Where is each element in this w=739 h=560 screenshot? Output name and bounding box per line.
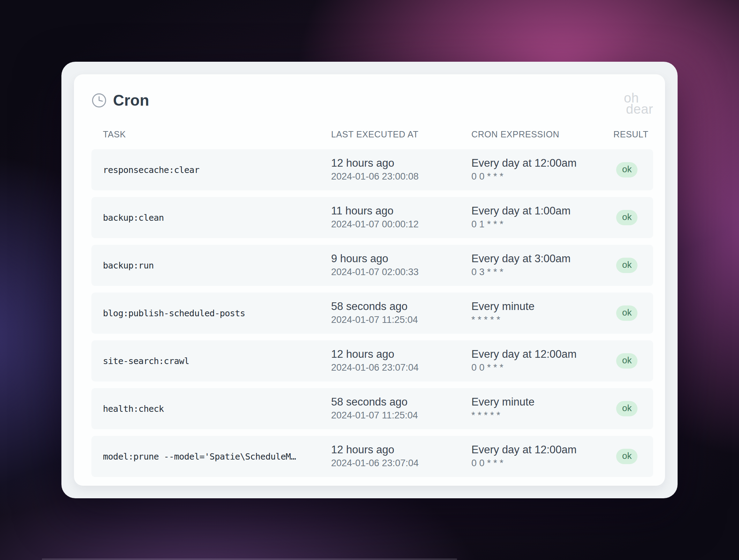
last-executed-timestamp: 2024-01-06 23:07:04 [331,361,471,374]
last-executed-cell: 12 hours ago 2024-01-06 23:07:04 [331,348,471,374]
task-cell: backup:run [103,260,331,271]
result-cell: ok [613,258,642,273]
schedule-expression: 0 1 * * * [471,218,613,231]
schedule-cell: Every minute * * * * * [471,300,613,326]
desktop-background: { "page": { "title": "Cron", "title_icon… [0,0,739,560]
schedule-expression: * * * * * [471,313,613,326]
schedule-cell: Every day at 3:00am 0 3 * * * [471,252,613,279]
column-header-result: RESULT [613,129,648,139]
cron-task-row[interactable]: health:check 58 seconds ago 2024-01-07 1… [91,388,653,429]
cron-task-row[interactable]: backup:run 9 hours ago 2024-01-07 02:00:… [91,245,653,286]
cron-task-row[interactable]: model:prune --model='Spatie\ScheduleM… 1… [91,436,653,477]
last-executed-relative: 12 hours ago [331,348,471,361]
ohdear-logo[interactable]: oh dear [624,92,653,115]
schedule-expression: 0 0 * * * [471,361,613,374]
last-executed-cell: 11 hours ago 2024-01-07 00:00:12 [331,204,471,231]
cron-task-row[interactable]: blog:publish-scheduled-posts 58 seconds … [91,293,653,334]
result-badge: ok [616,449,637,464]
result-cell: ok [613,353,642,369]
last-executed-relative: 58 seconds ago [331,395,471,409]
result-cell: ok [613,162,642,177]
schedule-expression: 0 0 * * * [471,456,613,470]
result-cell: ok [613,449,642,464]
last-executed-relative: 58 seconds ago [331,300,471,313]
task-name: model:prune --model='Spatie\ScheduleM… [103,452,296,462]
result-badge: ok [616,258,637,273]
schedule-cell: Every day at 12:00am 0 0 * * * [471,443,613,470]
last-executed-timestamp: 2024-01-06 23:00:08 [331,170,471,183]
result-badge: ok [616,353,637,369]
last-executed-timestamp: 2024-01-07 00:00:12 [331,218,471,231]
last-executed-relative: 12 hours ago [331,157,471,170]
task-cell: health:check [103,404,331,414]
last-executed-cell: 58 seconds ago 2024-01-07 11:25:04 [331,300,471,326]
panel-header: Cron oh dear [91,92,653,128]
task-cell: responsecache:clear [103,165,331,175]
task-cell: site-search:crawl [103,356,331,366]
result-badge: ok [616,305,637,321]
last-executed-cell: 12 hours ago 2024-01-06 23:00:08 [331,157,471,183]
schedule-readable: Every day at 12:00am [471,443,613,456]
result-badge: ok [616,162,637,177]
task-cell: backup:clean [103,213,331,223]
schedule-expression: 0 0 * * * [471,170,613,183]
column-header-last-executed: LAST EXECUTED AT [331,129,471,139]
task-name: blog:publish-scheduled-posts [103,308,245,318]
schedule-readable: Every day at 1:00am [471,204,613,218]
schedule-cell: Every day at 1:00am 0 1 * * * [471,204,613,231]
last-executed-relative: 11 hours ago [331,204,471,218]
schedule-expression: 0 3 * * * [471,265,613,279]
cron-task-row[interactable]: responsecache:clear 12 hours ago 2024-01… [91,149,653,190]
clock-icon [91,93,107,108]
last-executed-cell: 12 hours ago 2024-01-06 23:07:04 [331,443,471,470]
schedule-cell: Every minute * * * * * [471,395,613,422]
cron-task-row[interactable]: site-search:crawl 12 hours ago 2024-01-0… [91,340,653,381]
column-header-cron-expression: CRON EXPRESSION [471,129,613,139]
result-cell: ok [613,305,642,321]
schedule-readable: Every minute [471,300,613,313]
schedule-expression: * * * * * [471,409,613,422]
schedule-readable: Every day at 3:00am [471,252,613,265]
task-cell: model:prune --model='Spatie\ScheduleM… [103,452,331,462]
logo-line-2: dear [624,104,653,115]
page-title: Cron [113,92,149,109]
last-executed-timestamp: 2024-01-06 23:07:04 [331,456,471,470]
cron-task-list: responsecache:clear 12 hours ago 2024-01… [91,149,653,477]
task-name: backup:clean [103,213,164,223]
task-name: backup:run [103,260,154,271]
result-cell: ok [613,210,642,225]
schedule-readable: Every minute [471,395,613,409]
column-header-task: TASK [103,129,331,139]
schedule-readable: Every day at 12:00am [471,157,613,170]
result-cell: ok [613,401,642,416]
last-executed-timestamp: 2024-01-07 11:25:04 [331,409,471,422]
schedule-cell: Every day at 12:00am 0 0 * * * [471,348,613,374]
task-cell: blog:publish-scheduled-posts [103,308,331,318]
cron-task-row[interactable]: backup:clean 11 hours ago 2024-01-07 00:… [91,197,653,238]
taskbar-edge-hint [42,559,457,560]
schedule-readable: Every day at 12:00am [471,348,613,361]
last-executed-relative: 12 hours ago [331,443,471,456]
task-name: responsecache:clear [103,165,199,175]
last-executed-timestamp: 2024-01-07 11:25:04 [331,313,471,326]
last-executed-relative: 9 hours ago [331,252,471,265]
last-executed-cell: 9 hours ago 2024-01-07 02:00:33 [331,252,471,279]
result-badge: ok [616,401,637,416]
task-name: health:check [103,404,164,414]
table-column-headers: TASK LAST EXECUTED AT CRON EXPRESSION RE… [91,129,653,139]
schedule-cell: Every day at 12:00am 0 0 * * * [471,157,613,183]
task-name: site-search:crawl [103,356,189,366]
last-executed-cell: 58 seconds ago 2024-01-07 11:25:04 [331,395,471,422]
cron-panel: Cron oh dear TASK LAST EXECUTED AT CRON … [74,74,665,486]
result-badge: ok [616,210,637,225]
last-executed-timestamp: 2024-01-07 02:00:33 [331,265,471,279]
app-window: Cron oh dear TASK LAST EXECUTED AT CRON … [61,62,678,498]
